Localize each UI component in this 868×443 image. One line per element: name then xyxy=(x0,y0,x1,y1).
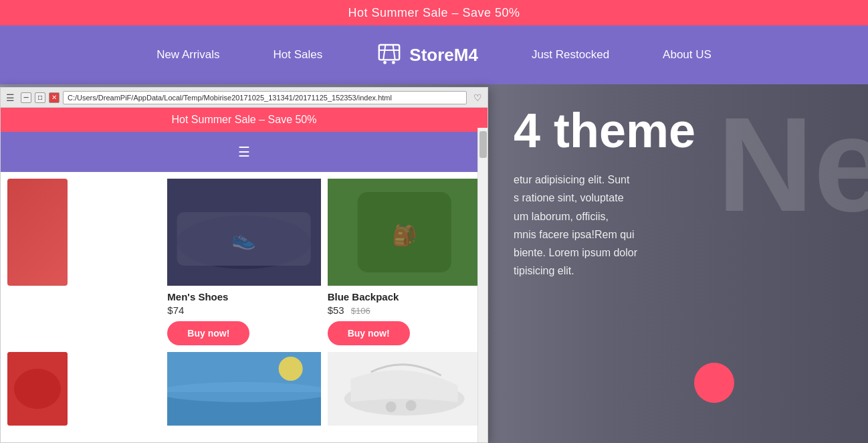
product-image-red-hat xyxy=(7,352,68,426)
browser-window: ☰ ─ □ ✕ C:/Users/DreamPiF/AppData/Local/… xyxy=(0,87,488,443)
logo-text: StoreM4 xyxy=(409,45,478,66)
product-title-mens-shoes: Men's Shoes xyxy=(167,291,228,302)
browser-maximize-button[interactable]: □ xyxy=(35,92,45,103)
product-item-blue-backpack: 🎒 Blue Backpack $53 $106 Buy now! xyxy=(328,179,481,345)
promo-text: Hot Summer Sale – Save 50% xyxy=(348,6,520,20)
product-item-beach xyxy=(167,352,320,426)
browser-minimize-button[interactable]: ─ xyxy=(21,92,31,103)
product-price-mens-shoes: $74 xyxy=(167,304,184,316)
product-item-sneaker xyxy=(328,352,481,426)
products-row-2 xyxy=(7,352,481,426)
buy-button-mens-shoes[interactable]: Buy now! xyxy=(167,321,249,345)
browser-content: Hot Summer Sale – Save 50% ☰ xyxy=(1,108,487,442)
hero-circle-button[interactable] xyxy=(694,363,734,403)
nav-about-us[interactable]: About US xyxy=(663,48,712,62)
products-area: 👟 Men's Shoes $74 Buy now! xyxy=(1,172,487,426)
browser-close-button[interactable]: ✕ xyxy=(49,92,60,103)
product-image-blue-backpack: 🎒 xyxy=(328,179,481,286)
cart-icon xyxy=(376,39,403,71)
product-image-sneaker xyxy=(328,352,481,426)
svg-point-21 xyxy=(405,400,416,411)
nav-new-arrivals[interactable]: New Arrivals xyxy=(156,48,219,62)
svg-point-18 xyxy=(279,357,303,381)
browser-favorite-icon[interactable]: ♡ xyxy=(473,92,482,103)
svg-line-2 xyxy=(383,45,385,60)
inner-nav: ☰ xyxy=(1,132,487,172)
svg-point-4 xyxy=(383,61,387,64)
inner-promo-text: Hot Summer Sale – Save 50% xyxy=(172,114,317,126)
navbar: New Arrivals Hot Sales StoreM4 Just Rest… xyxy=(0,25,868,84)
logo[interactable]: StoreM4 xyxy=(376,39,478,71)
scrollbar-thumb xyxy=(479,131,487,158)
svg-point-5 xyxy=(392,61,395,64)
hero-title: 4 theme xyxy=(514,104,835,157)
svg-point-22 xyxy=(385,402,396,412)
buy-button-blue-backpack[interactable]: Buy now! xyxy=(328,321,410,345)
browser-settings-icon[interactable]: ☰ xyxy=(6,92,15,103)
product-original-price-backpack: $106 xyxy=(351,306,370,316)
inner-promo-bar: Hot Summer Sale – Save 50% xyxy=(1,108,487,132)
hero-description: etur adipisicing elit. Sunts ratione sin… xyxy=(514,171,835,280)
browser-scrollbar[interactable] xyxy=(477,128,487,442)
svg-text:👟: 👟 xyxy=(231,227,257,251)
product-image-hat-cut xyxy=(7,179,68,286)
svg-point-14 xyxy=(14,369,61,409)
product-title-blue-backpack: Blue Backpack xyxy=(328,291,399,302)
svg-text:🎒: 🎒 xyxy=(392,224,417,248)
nav-hot-sales[interactable]: Hot Sales xyxy=(274,48,323,62)
product-item-cut xyxy=(7,179,160,345)
product-item-cut-2 xyxy=(7,352,160,426)
address-text: C:/Users/DreamPiF/AppData/Local/Temp/Mob… xyxy=(68,94,392,102)
svg-point-17 xyxy=(167,382,320,402)
browser-chrome: ☰ ─ □ ✕ C:/Users/DreamPiF/AppData/Local/… xyxy=(1,88,487,108)
product-image-beach xyxy=(167,352,320,426)
browser-address-bar[interactable]: C:/Users/DreamPiF/AppData/Local/Temp/Mob… xyxy=(63,91,467,104)
products-row-1: 👟 Men's Shoes $74 Buy now! xyxy=(7,179,481,345)
nav-just-restocked[interactable]: Just Restocked xyxy=(532,48,609,62)
hamburger-icon[interactable]: ☰ xyxy=(238,144,250,160)
product-image-mens-shoes: 👟 xyxy=(167,179,320,286)
svg-line-3 xyxy=(393,45,395,60)
product-price-blue-backpack: $53 $106 xyxy=(328,304,370,316)
svg-rect-0 xyxy=(379,45,399,60)
promo-bar: Hot Summer Sale – Save 50% xyxy=(0,0,868,25)
hero-content: 4 theme etur adipisicing elit. Sunts rat… xyxy=(514,104,835,280)
product-item-mens-shoes: 👟 Men's Shoes $74 Buy now! xyxy=(167,179,320,345)
